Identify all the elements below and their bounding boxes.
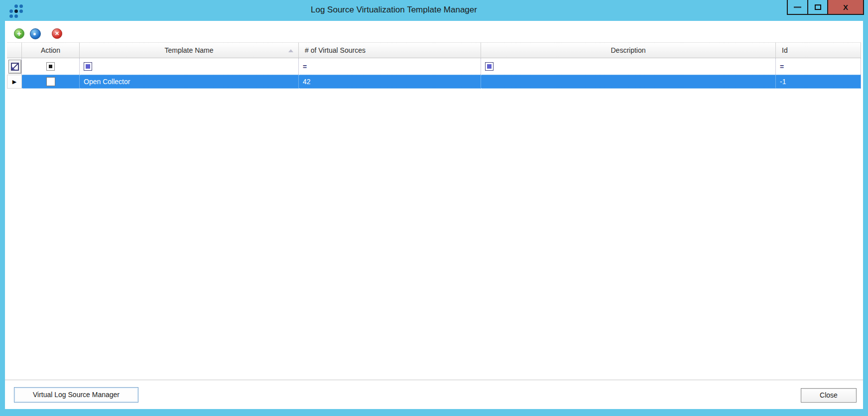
filter-cell-template-name[interactable] xyxy=(80,58,299,75)
column-header-action[interactable]: Action xyxy=(22,42,80,58)
filter-cell-selector xyxy=(7,58,22,75)
sort-ascending-icon xyxy=(288,49,293,52)
filter-cell-description[interactable] xyxy=(481,58,776,75)
column-header-selector xyxy=(7,42,22,58)
dialog-content: + ✕ Action Template Name # of Virtual So… xyxy=(5,21,863,409)
column-header-virtual-sources[interactable]: # of Virtual Sources xyxy=(299,42,481,58)
x-icon: ✕ xyxy=(55,31,59,36)
filter-cell-virtual-sources[interactable]: = xyxy=(299,58,481,75)
filter-cell-id[interactable]: = xyxy=(776,58,861,75)
cell-description[interactable] xyxy=(481,75,776,89)
cell-virtual-sources[interactable]: 42 xyxy=(299,75,481,89)
column-header-id[interactable]: Id xyxy=(776,42,861,58)
delete-template-button[interactable]: ✕ xyxy=(52,28,62,39)
minimize-button[interactable] xyxy=(787,0,808,15)
close-button[interactable]: Close xyxy=(801,388,857,403)
titlebar: Log Source Virtualization Template Manag… xyxy=(0,0,868,21)
equals-filter-icon[interactable]: = xyxy=(303,63,307,71)
cell-action[interactable] xyxy=(22,75,80,89)
column-header-description[interactable]: Description xyxy=(481,42,776,58)
clear-filter-button[interactable] xyxy=(8,60,21,74)
add-template-button[interactable]: + xyxy=(14,28,24,39)
clear-filter-icon xyxy=(11,63,19,71)
minimize-icon xyxy=(794,6,801,8)
row-selector-cell[interactable]: ▶ xyxy=(7,75,22,89)
plus-icon: + xyxy=(17,30,21,38)
description-filter-checkbox[interactable] xyxy=(485,62,494,71)
action-checkbox[interactable] xyxy=(46,77,55,86)
window-title: Log Source Virtualization Template Manag… xyxy=(0,0,788,21)
close-window-button[interactable]: X xyxy=(828,0,864,15)
footer-divider xyxy=(5,380,863,380)
column-header-template-name[interactable]: Template Name xyxy=(80,42,299,58)
maximize-icon xyxy=(815,4,821,10)
cell-id[interactable]: -1 xyxy=(776,75,861,89)
properties-button[interactable] xyxy=(30,28,41,39)
close-icon: X xyxy=(843,3,848,11)
window-controls: X xyxy=(787,0,864,15)
equals-filter-icon[interactable]: = xyxy=(780,63,784,71)
filter-cell-action[interactable] xyxy=(22,58,80,75)
cell-template-name[interactable]: Open Collector xyxy=(80,75,299,89)
virtual-log-source-manager-button[interactable]: Virtual Log Source Manager xyxy=(14,387,138,403)
template-name-filter-checkbox[interactable] xyxy=(84,62,92,71)
maximize-button[interactable] xyxy=(808,0,828,15)
row-indicator-icon: ▶ xyxy=(12,79,16,85)
action-filter-checkbox[interactable] xyxy=(46,62,55,71)
